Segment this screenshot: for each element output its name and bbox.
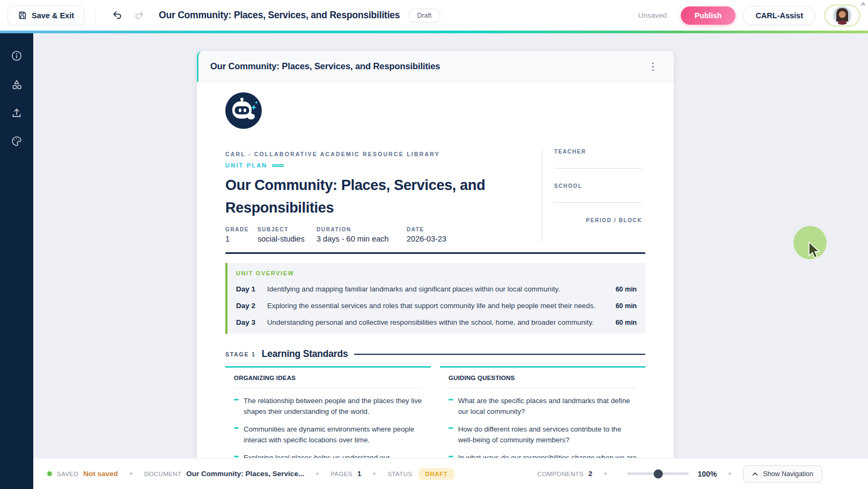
draft-status-pill: Draft [408,9,440,23]
side-fields: TEACHER SCHOOL PERIOD / BLOCK [554,149,642,223]
shapes-icon[interactable] [6,74,27,95]
meta-label-grade: GRADE [225,227,258,232]
redo-icon [134,10,145,21]
unsaved-indicator: Unsaved [638,11,667,19]
list-item: How do different roles and services cont… [448,424,637,445]
document-title: Our Community: Places, Services, and Res… [159,10,400,21]
unit-heading: Our Community: Places, Services, and Res… [225,174,536,219]
stage-label: STAGE 1 [225,351,256,357]
carl-assist-button[interactable]: CARL-Assist [743,6,815,25]
accent-gradient-line [0,31,868,33]
day-row: Day 1 Identifying and mapping familiar l… [236,285,637,293]
list-item: Communities are dynamic environments whe… [234,424,422,445]
meta-value-subject: social-studies [258,235,317,243]
undo-icon [112,10,123,21]
status-badge: DRAFT [418,468,455,480]
meta-value-grade: 1 [225,235,258,243]
list-item-text: What are the specific places and landmar… [458,396,637,417]
list-item-text: How do different roles and services cont… [458,424,637,445]
zoom-slider[interactable] [627,472,689,475]
stage-heading: STAGE 1 Learning Standards [225,348,645,360]
palette-icon[interactable] [6,130,27,152]
bullet-dash-icon [234,456,239,457]
list-item-text: Exploring local places helps us understa… [244,452,422,458]
list-item-text: In what ways do our responsibilities cha… [458,452,637,458]
stage-rule [354,354,646,355]
kebab-menu-icon[interactable]: ⋮ [644,60,662,74]
day-description: Identifying and mapping familiar landmar… [267,285,615,293]
day-duration: 60 min [615,302,637,310]
organizing-ideas-column: ORGANIZING IDEAS The relationship betwee… [225,366,431,458]
redo-button[interactable] [131,8,147,23]
day-description: Understanding personal and collective re… [267,318,615,326]
day-label: Day 1 [236,285,267,293]
scrollbar-up-arrow[interactable] [860,2,866,5]
guiding-questions-header: GUIDING QUESTIONS [448,375,637,381]
teacher-field-input[interactable] [554,168,642,169]
doc-type-label: UNIT PLAN [225,162,267,169]
separator-dot [373,472,376,475]
info-icon[interactable] [6,45,27,67]
status-bar: SAVED Not saved DOCUMENT Our Community: … [33,458,868,489]
document-label: DOCUMENT [144,471,182,477]
undo-button[interactable] [109,8,125,23]
show-navigation-label: Show Navigation [763,470,813,478]
bullet-dash-icon [448,399,453,400]
meta-value-duration: 3 days - 60 min each [317,235,407,243]
saved-value: Not saved [83,470,118,478]
saved-label: SAVED [57,471,78,477]
day-row: Day 2 Exploring the essential services a… [236,302,637,310]
day-label: Day 2 [236,302,267,310]
doc-type-dash-icon [272,164,284,167]
components-label: COMPONENTS [537,471,583,477]
list-item: What are the specific places and landmar… [448,396,637,417]
unit-overview-title: UNIT OVERVIEW [236,270,637,276]
bullet-dash-icon [448,456,453,457]
meta-label-duration: DURATION [317,227,407,232]
day-label: Day 3 [236,318,267,326]
organizing-ideas-header: ORGANIZING IDEAS [234,375,422,381]
card-body: CARL - COLLABORATIVE ACADEMIC RESOURCE L… [197,82,674,458]
list-item: The relationship between people and the … [234,396,422,417]
pages-label: PAGES [330,471,352,477]
vertical-divider [542,147,542,242]
zoom-slider-thumb[interactable] [653,469,663,478]
separator-dot [130,472,133,475]
meta-value-date: 2026-03-23 [407,235,471,243]
pages-value: 1 [357,470,362,478]
column-divider [234,388,422,388]
unit-overview-box: UNIT OVERVIEW Day 1 Identifying and mapp… [225,263,645,334]
day-row: Day 3 Understanding personal and collect… [236,318,637,326]
meta-label-date: DATE [407,227,471,232]
user-avatar-button[interactable] [824,4,860,27]
publish-button[interactable]: Publish [681,6,736,25]
save-exit-button[interactable]: Save & Exit [8,5,84,25]
unit-plan-card[interactable]: Our Community: Places, Services, and Res… [197,51,674,458]
school-field-input[interactable] [554,202,642,203]
school-field-label: SCHOOL [554,183,642,189]
components-value: 2 [589,470,593,478]
meta-row: GRADE 1 SUBJECT social-studies DURATION … [225,227,645,243]
day-duration: 60 min [615,319,637,326]
avatar [833,6,851,25]
day-duration: 60 min [615,286,637,293]
show-navigation-button[interactable]: Show Navigation [743,465,822,483]
day-description: Exploring the essential services and rol… [267,302,615,310]
list-item: Exploring local places helps us understa… [234,452,422,458]
document-value: Our Community: Places, Service... [186,470,304,478]
column-divider [448,388,637,388]
bullet-dash-icon [234,399,239,400]
separator-dot [729,472,731,475]
left-sidebar [0,33,33,489]
teacher-field-label: TEACHER [554,149,642,155]
upload-icon[interactable] [6,102,27,123]
meta-label-subject: SUBJECT [258,227,317,232]
zoom-level: 100% [697,470,717,478]
save-icon [18,11,27,20]
saved-status-dot [47,471,52,476]
document-canvas: Our Community: Places, Services, and Res… [33,33,868,458]
list-item-text: The relationship between people and the … [244,396,422,417]
section-rule [225,252,645,254]
guiding-questions-column: GUIDING QUESTIONS What are the specific … [440,366,645,458]
chevron-up-icon [752,472,758,476]
